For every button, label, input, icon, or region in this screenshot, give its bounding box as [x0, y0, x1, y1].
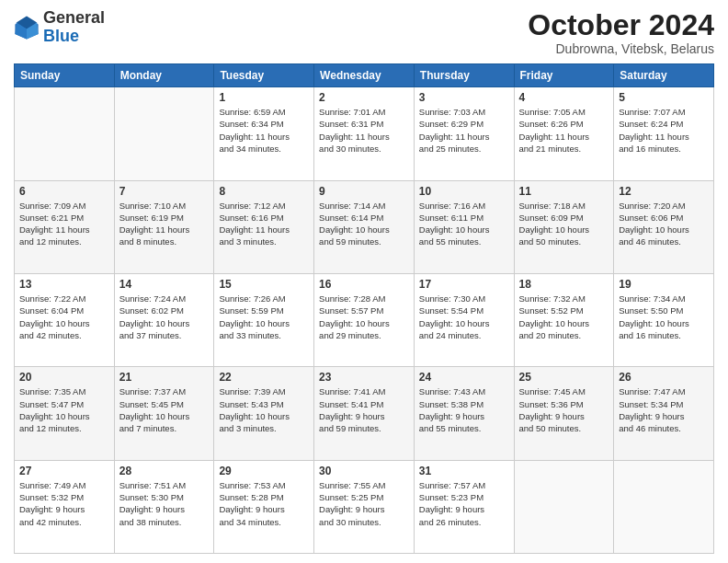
day-info: Daylight: 10 hours	[619, 317, 709, 329]
day-info: Sunrise: 7:01 AM	[319, 106, 409, 118]
day-info: Sunrise: 7:09 AM	[19, 200, 109, 212]
logo-blue: Blue	[43, 27, 79, 45]
calendar-cell: 27Sunrise: 7:49 AMSunset: 5:32 PMDayligh…	[15, 460, 115, 553]
day-info: and 16 minutes.	[619, 143, 709, 155]
day-info: Sunset: 5:34 PM	[619, 398, 709, 410]
day-number: 4	[519, 91, 609, 104]
day-info: Daylight: 9 hours	[519, 410, 609, 422]
header: General Blue October 2024 Dubrowna, Vite…	[14, 9, 714, 56]
day-number: 16	[319, 278, 409, 291]
day-info: Sunset: 6:09 PM	[519, 212, 609, 224]
day-info: Sunset: 5:52 PM	[519, 304, 609, 316]
day-number: 22	[219, 371, 309, 384]
col-header-friday: Friday	[514, 64, 614, 87]
day-number: 5	[619, 91, 709, 104]
day-info: and 20 minutes.	[519, 329, 609, 341]
day-info: Daylight: 9 hours	[119, 503, 210, 515]
day-number: 9	[319, 185, 409, 198]
day-number: 15	[219, 278, 309, 291]
day-info: Sunset: 6:16 PM	[219, 212, 309, 224]
calendar-cell: 17Sunrise: 7:30 AMSunset: 5:54 PMDayligh…	[414, 273, 514, 366]
day-info: Sunrise: 7:20 AM	[619, 200, 709, 212]
day-info: Daylight: 11 hours	[319, 131, 409, 143]
day-info: Sunrise: 7:32 AM	[519, 293, 609, 304]
day-info: and 3 minutes.	[219, 422, 309, 434]
day-info: Sunrise: 7:03 AM	[419, 106, 509, 118]
day-info: and 38 minutes.	[119, 516, 210, 528]
day-number: 26	[619, 371, 709, 384]
calendar-table: SundayMondayTuesdayWednesdayThursdayFrid…	[14, 63, 714, 554]
day-info: Daylight: 9 hours	[619, 410, 709, 422]
day-info: Sunrise: 7:53 AM	[219, 479, 309, 491]
day-info: Daylight: 10 hours	[119, 410, 210, 422]
day-number: 21	[119, 371, 210, 384]
calendar-cell: 25Sunrise: 7:45 AMSunset: 5:36 PMDayligh…	[514, 367, 614, 460]
calendar-header-row: SundayMondayTuesdayWednesdayThursdayFrid…	[15, 64, 714, 87]
day-number: 31	[419, 465, 509, 477]
day-info: Sunrise: 7:10 AM	[119, 200, 210, 212]
day-info: Daylight: 9 hours	[419, 503, 509, 515]
day-number: 27	[19, 465, 109, 477]
day-info: Sunrise: 7:47 AM	[619, 385, 709, 397]
calendar-cell: 31Sunrise: 7:57 AMSunset: 5:23 PMDayligh…	[414, 460, 514, 553]
day-info: Sunset: 5:41 PM	[319, 398, 409, 410]
col-header-tuesday: Tuesday	[214, 64, 314, 87]
calendar-cell: 6Sunrise: 7:09 AMSunset: 6:21 PMDaylight…	[15, 180, 115, 273]
day-info: Daylight: 10 hours	[19, 410, 109, 422]
calendar-cell: 15Sunrise: 7:26 AMSunset: 5:59 PMDayligh…	[214, 273, 314, 366]
day-info: Sunset: 6:19 PM	[119, 212, 210, 224]
col-header-sunday: Sunday	[15, 64, 115, 87]
day-info: and 12 minutes.	[19, 422, 109, 434]
month-title: October 2024	[528, 9, 714, 41]
logo-text: General Blue	[43, 9, 105, 46]
day-info: and 25 minutes.	[419, 143, 509, 155]
day-info: Sunrise: 7:43 AM	[419, 385, 509, 397]
page: General Blue October 2024 Dubrowna, Vite…	[0, 0, 728, 563]
day-info: Daylight: 9 hours	[219, 503, 309, 515]
day-info: and 34 minutes.	[219, 516, 309, 528]
day-info: and 59 minutes.	[319, 236, 409, 247]
day-info: and 21 minutes.	[519, 143, 609, 155]
day-info: and 8 minutes.	[119, 236, 210, 247]
day-number: 7	[119, 185, 210, 198]
day-number: 29	[219, 465, 309, 477]
day-info: Daylight: 9 hours	[319, 503, 409, 515]
day-number: 13	[19, 278, 109, 291]
day-info: Sunset: 6:02 PM	[119, 304, 210, 316]
calendar-cell	[614, 460, 714, 553]
calendar-week-2: 13Sunrise: 7:22 AMSunset: 6:04 PMDayligh…	[15, 273, 714, 366]
calendar-cell: 23Sunrise: 7:41 AMSunset: 5:41 PMDayligh…	[314, 367, 415, 460]
calendar-cell: 11Sunrise: 7:18 AMSunset: 6:09 PMDayligh…	[514, 180, 614, 273]
col-header-monday: Monday	[114, 64, 214, 87]
day-number: 30	[319, 465, 409, 477]
day-info: Sunset: 5:47 PM	[19, 398, 109, 410]
day-info: Sunset: 5:25 PM	[319, 491, 409, 503]
day-info: Daylight: 11 hours	[619, 131, 709, 143]
day-info: and 12 minutes.	[19, 236, 109, 247]
day-number: 17	[419, 278, 509, 291]
calendar-cell: 19Sunrise: 7:34 AMSunset: 5:50 PMDayligh…	[614, 273, 714, 366]
day-info: Sunset: 6:04 PM	[19, 304, 109, 316]
day-info: Sunrise: 7:35 AM	[19, 385, 109, 397]
calendar-cell: 14Sunrise: 7:24 AMSunset: 6:02 PMDayligh…	[114, 273, 214, 366]
day-info: Daylight: 11 hours	[219, 224, 309, 236]
day-info: and 46 minutes.	[619, 236, 709, 247]
day-info: Sunset: 5:45 PM	[119, 398, 210, 410]
day-info: Daylight: 11 hours	[419, 131, 509, 143]
col-header-wednesday: Wednesday	[314, 64, 415, 87]
day-number: 2	[319, 91, 409, 104]
calendar-cell: 7Sunrise: 7:10 AMSunset: 6:19 PMDaylight…	[114, 180, 214, 273]
day-info: and 50 minutes.	[519, 422, 609, 434]
day-info: Daylight: 11 hours	[119, 224, 210, 236]
day-info: Daylight: 10 hours	[619, 224, 709, 236]
day-info: Sunrise: 7:22 AM	[19, 293, 109, 304]
day-info: Sunset: 5:28 PM	[219, 491, 309, 503]
col-header-saturday: Saturday	[614, 64, 714, 87]
day-info: and 37 minutes.	[119, 329, 210, 341]
day-info: and 7 minutes.	[119, 422, 210, 434]
day-info: Daylight: 10 hours	[319, 317, 409, 329]
day-info: and 59 minutes.	[319, 422, 409, 434]
calendar-cell: 1Sunrise: 6:59 AMSunset: 6:34 PMDaylight…	[214, 87, 314, 180]
day-info: Sunrise: 7:26 AM	[219, 293, 309, 304]
day-info: and 29 minutes.	[319, 329, 409, 341]
